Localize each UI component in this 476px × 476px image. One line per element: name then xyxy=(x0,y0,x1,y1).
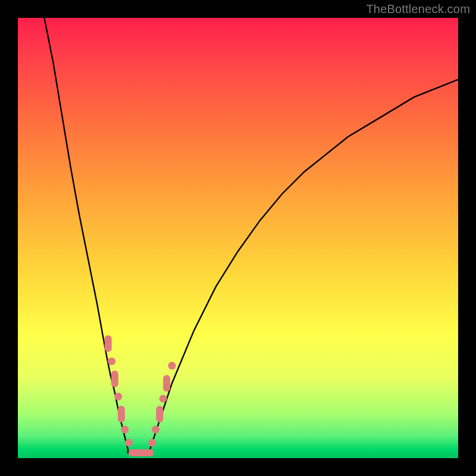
bottleneck-curve xyxy=(44,18,458,456)
curve-marker xyxy=(156,406,163,422)
curve-marker xyxy=(111,371,118,387)
curve-marker xyxy=(168,362,176,369)
curve-marker xyxy=(121,425,129,433)
curve-marker xyxy=(163,375,170,392)
curve-marker xyxy=(137,449,154,456)
curve-marker xyxy=(152,425,159,433)
curve-marker xyxy=(148,439,156,447)
curve-marker xyxy=(159,395,167,403)
chart-frame: TheBottleneck.com xyxy=(0,0,476,476)
watermark-text: TheBottleneck.com xyxy=(366,2,470,16)
plot-area xyxy=(18,18,458,458)
curve-marker xyxy=(125,439,133,447)
curve-marker xyxy=(105,336,112,352)
curve-layer xyxy=(44,18,458,456)
plot-svg xyxy=(18,18,458,458)
curve-marker xyxy=(114,393,122,400)
curve-marker xyxy=(118,406,125,422)
marker-layer xyxy=(105,336,176,457)
curve-marker xyxy=(108,358,115,365)
